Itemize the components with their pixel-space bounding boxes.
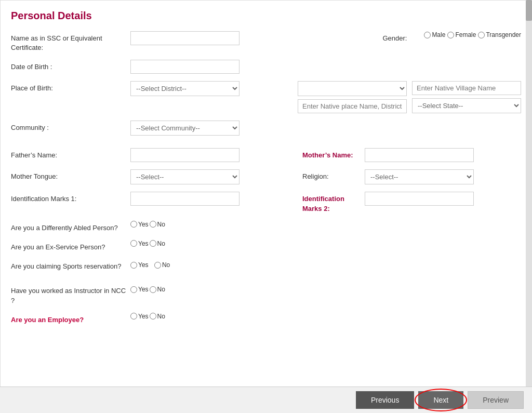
sports-no-label: No: [162, 261, 170, 269]
mother-tongue-select[interactable]: --Select--: [130, 169, 240, 184]
sports-yes-radio[interactable]: [130, 262, 137, 269]
diff-abled-no-label: No: [157, 221, 165, 228]
gender-label: Gender:: [382, 31, 424, 43]
sports-no[interactable]: No: [154, 261, 170, 269]
sports-label: Are you claiming Sports reservation?: [11, 259, 130, 271]
mother-name-label: Mother’s Name:: [302, 148, 365, 160]
gender-male-label: Male: [432, 31, 445, 38]
ex-service-yes[interactable]: Yes: [130, 240, 149, 247]
gender-transgender-option[interactable]: Transgender: [478, 31, 521, 38]
father-name-input[interactable]: [130, 148, 240, 162]
gender-female-option[interactable]: Female: [447, 31, 476, 38]
ex-service-yes-label: Yes: [138, 240, 149, 247]
gender-male-radio[interactable]: [424, 32, 431, 38]
diff-abled-yes[interactable]: Yes: [130, 221, 149, 228]
village-input[interactable]: [412, 81, 521, 95]
community-select[interactable]: --Select Community--: [130, 121, 240, 136]
gender-transgender-radio[interactable]: [478, 32, 485, 38]
sports-yes[interactable]: Yes: [130, 261, 149, 269]
employee-yes-radio[interactable]: [130, 313, 137, 319]
employee-options: Yes No: [130, 313, 165, 320]
ncc-options: Yes No: [130, 284, 165, 293]
ex-service-yes-radio[interactable]: [130, 240, 137, 247]
id-mark1-label: Identification Marks 1:: [11, 192, 130, 204]
diff-abled-yes-radio[interactable]: [130, 221, 137, 228]
ncc-label: Have you worked as Instructor in NCC ?: [11, 284, 130, 305]
ex-service-no-label: No: [157, 240, 165, 247]
gender-male-option[interactable]: Male: [424, 31, 445, 38]
employee-no-radio[interactable]: [150, 313, 156, 319]
id-mark1-input[interactable]: [130, 192, 240, 206]
scrollbar-thumb[interactable]: [526, 0, 532, 21]
ncc-yes[interactable]: Yes: [130, 286, 149, 293]
religion-select[interactable]: --Select--: [365, 169, 474, 184]
gender-group: Male Female Transgender: [424, 31, 521, 38]
id-mark2-label: Identification Marks 2:: [302, 192, 365, 213]
diff-abled-no-radio[interactable]: [150, 221, 156, 228]
dob-label: Date of Birth :: [11, 60, 130, 72]
ncc-no-label: No: [157, 286, 165, 293]
employee-no-label: No: [157, 313, 165, 320]
employee-yes[interactable]: Yes: [130, 313, 149, 320]
name-label: Name as in SSC or Equivalent Certificate…: [11, 31, 130, 52]
ex-service-label: Are you an Ex-Service Person?: [11, 240, 130, 252]
footer-bar: Previous Next Preview: [0, 387, 532, 413]
employee-yes-label: Yes: [138, 313, 149, 320]
employee-label: Are you an Employee?: [11, 313, 130, 325]
gender-transgender-label: Transgender: [486, 31, 521, 38]
place-of-birth-label: Place of Birth:: [11, 81, 130, 93]
gender-female-label: Female: [455, 31, 476, 38]
sports-yes-label: Yes: [138, 261, 149, 269]
diff-abled-yes-label: Yes: [138, 221, 149, 228]
diff-abled-options: Yes No: [130, 221, 165, 228]
ncc-yes-label: Yes: [138, 286, 149, 293]
native-place-input[interactable]: [298, 99, 407, 113]
name-input[interactable]: [130, 31, 240, 45]
ncc-yes-radio[interactable]: [130, 286, 137, 293]
state-select[interactable]: --Select State--: [412, 98, 521, 113]
next-button[interactable]: Next: [418, 391, 463, 409]
diff-abled-no[interactable]: No: [150, 221, 165, 228]
community-label: Community :: [11, 121, 130, 132]
ex-service-options: Yes No: [130, 240, 165, 247]
sports-no-radio[interactable]: [154, 262, 161, 269]
city-select[interactable]: [298, 81, 407, 96]
page-title: Personal Details: [11, 10, 521, 22]
ncc-no-radio[interactable]: [150, 286, 156, 293]
mother-name-input[interactable]: [365, 148, 474, 162]
religion-label: Religion:: [302, 169, 365, 181]
ex-service-no[interactable]: No: [150, 240, 165, 247]
father-name-label: Father’s Name:: [11, 148, 130, 160]
district-select[interactable]: --Select District--: [130, 81, 240, 96]
id-mark2-input[interactable]: [365, 192, 474, 206]
ncc-no[interactable]: No: [150, 286, 165, 293]
ex-service-no-radio[interactable]: [150, 240, 156, 247]
diff-abled-label: Are you a Differently Abled Person?: [11, 221, 130, 233]
dob-input[interactable]: [130, 60, 240, 74]
mother-tongue-label: Mother Tongue:: [11, 169, 130, 181]
preview-button[interactable]: Preview: [468, 391, 524, 409]
employee-no[interactable]: No: [150, 313, 165, 320]
gender-female-radio[interactable]: [447, 32, 454, 38]
previous-button[interactable]: Previous: [356, 391, 414, 409]
sports-options: Yes No: [130, 259, 170, 269]
scrollbar[interactable]: [526, 0, 532, 413]
